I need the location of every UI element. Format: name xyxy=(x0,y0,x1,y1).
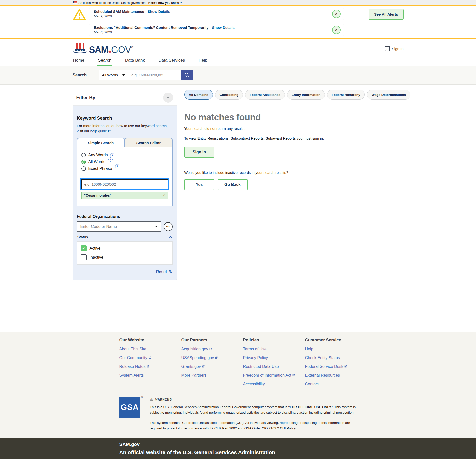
external-link-icon xyxy=(215,356,218,359)
warning-icon: ⚠ xyxy=(150,397,153,402)
registered-icon: ® xyxy=(131,45,133,49)
show-details-link[interactable]: Show Details xyxy=(212,26,234,30)
warning-block: ⚠WARNING This is a U.S. General Services… xyxy=(150,397,357,431)
footer-link-check-entity-status[interactable]: Check Entity Status xyxy=(305,356,380,360)
footer-link-our-community[interactable]: Our Community xyxy=(119,356,181,360)
info-icon[interactable]: i xyxy=(110,153,114,157)
sam-gov-logo[interactable]: ★★★ SAM★GOV® xyxy=(73,43,133,54)
reset-filters-link[interactable]: Reset ↻ xyxy=(77,269,173,274)
info-icon[interactable]: i xyxy=(115,164,119,168)
radio-all-words-label: All Words xyxy=(88,160,105,164)
sign-in-button[interactable]: Sign In xyxy=(184,147,214,158)
help-guide-link[interactable]: help guide xyxy=(90,129,111,133)
footer-link-help[interactable]: Help xyxy=(305,347,380,351)
chevron-down-icon xyxy=(180,2,182,4)
caret-down-icon xyxy=(122,74,125,76)
site-header: ★★★ SAM★GOV® ← Sign In xyxy=(0,39,476,56)
federal-org-placeholder: Enter Code or Name xyxy=(80,224,117,229)
tag-remove-button[interactable]: ✕ xyxy=(163,194,165,197)
search-mode-select[interactable]: All Words xyxy=(99,70,128,80)
radio-any-words[interactable] xyxy=(81,153,86,157)
top-search-input[interactable] xyxy=(128,70,181,80)
domain-pill-federal-assistance[interactable]: Federal Assistance xyxy=(245,90,285,100)
nav-item-data-services[interactable]: Data Services xyxy=(158,56,185,66)
tab-search-editor[interactable]: Search Editor xyxy=(125,138,173,147)
keyword-input[interactable] xyxy=(81,179,168,189)
footer-link-external-resources[interactable]: External Resources xyxy=(305,373,380,378)
footer-link-terms-of-use[interactable]: Terms of Use xyxy=(243,347,305,351)
warning-paragraph-2: This system contains Controlled Unclassi… xyxy=(150,420,357,431)
header-sign-in-link[interactable]: ← Sign In xyxy=(385,46,404,51)
svg-text:★: ★ xyxy=(77,49,79,51)
footer-link-about-this-site[interactable]: About This Site xyxy=(119,347,181,351)
see-all-alerts-button[interactable]: See All Alerts xyxy=(369,9,404,20)
federal-org-more-button[interactable]: ••• xyxy=(164,222,173,231)
alert-close-button[interactable]: ✕ xyxy=(332,26,341,34)
domain-pill-federal-hierarchy[interactable]: Federal Hierarchy xyxy=(327,90,365,100)
footer-link-release-notes[interactable]: Release Notes xyxy=(119,364,181,369)
footer-link-acquisition-gov[interactable]: Acquisition.gov xyxy=(181,347,243,351)
tab-simple-search[interactable]: Simple Search xyxy=(77,138,125,147)
footer-link-accessibility[interactable]: Accessibility xyxy=(243,382,305,386)
show-details-link[interactable]: Show Details xyxy=(148,10,170,14)
footer-link-usaspending-gov[interactable]: USASpending.gov xyxy=(181,356,243,360)
no-results-message: Your search did not return any results. xyxy=(184,127,410,131)
checkbox-active[interactable]: ✓ xyxy=(81,245,87,251)
checkbox-inactive[interactable] xyxy=(81,254,87,260)
radio-exact-phrase[interactable] xyxy=(81,166,86,171)
sign-in-icon: ← xyxy=(385,46,390,51)
footer-link-federal-service-desk[interactable]: Federal Service Desk xyxy=(305,364,380,369)
gov-banner: An official website of the United States… xyxy=(0,0,476,6)
search-submit-button[interactable] xyxy=(181,70,193,80)
info-icon[interactable]: i xyxy=(108,157,113,162)
main-nav: Home Search Data Bank Data Services Help xyxy=(0,56,476,66)
footer-link-system-alerts[interactable]: System Alerts xyxy=(119,373,181,378)
alert-close-button[interactable]: ✕ xyxy=(332,10,341,18)
footer-column-our-website: Our Website About This Site Our Communit… xyxy=(119,336,181,386)
radio-exact-phrase-label: Exact Phrase xyxy=(88,166,112,171)
keyword-tag-label: "Cesar morales" xyxy=(84,193,112,197)
domain-pill-entity-information[interactable]: Entity Information xyxy=(287,90,325,100)
footer-column-customer-service: Customer Service Help Check Entity Statu… xyxy=(305,336,380,386)
checkbox-active-label: Active xyxy=(90,246,101,251)
footer-link-contact[interactable]: Contact xyxy=(305,382,380,386)
domain-pill-wage-determinations[interactable]: Wage Determinations xyxy=(367,90,410,100)
chevron-up-icon[interactable] xyxy=(169,236,172,238)
footer-link-foia[interactable]: Freedom of Information Act xyxy=(243,373,305,378)
federal-org-select[interactable]: Enter Code or Name xyxy=(77,221,161,232)
domain-pill-all-domains[interactable]: All Domains xyxy=(184,90,213,100)
footer-column-heading: Policies xyxy=(243,338,305,343)
footer-link-grants-gov[interactable]: Grants.gov xyxy=(181,364,243,369)
filter-by-title: Filter By xyxy=(76,95,95,100)
include-inactive-question: Would you like to include inactive recor… xyxy=(184,171,410,175)
close-icon: ✕ xyxy=(163,194,165,197)
nav-item-help[interactable]: Help xyxy=(198,56,208,66)
external-link-icon xyxy=(146,365,149,368)
footer-link-restricted-data-use[interactable]: Restricted Data Use xyxy=(243,364,305,369)
refresh-icon: ↻ xyxy=(169,269,172,274)
brand-gov: GOV xyxy=(111,45,131,55)
simple-search-panel: Any Words i All Words i Exact Phrase i "… xyxy=(77,147,173,206)
banner-text: An official website of the United States… xyxy=(79,1,146,5)
external-link-icon xyxy=(344,365,347,368)
close-icon: ✕ xyxy=(335,28,338,32)
no-matches-heading: No matches found xyxy=(184,112,410,123)
minus-icon: − xyxy=(167,95,169,100)
results-area: All Domains Contracting Federal Assistan… xyxy=(184,90,410,190)
registered-icon: ® xyxy=(141,396,143,398)
domain-pill-contracting[interactable]: Contracting xyxy=(215,90,243,100)
yes-button[interactable]: Yes xyxy=(184,179,214,190)
keyword-tag: "Cesar morales" ✕ xyxy=(81,192,168,199)
alert-title: Scheduled SAM Maintenance xyxy=(94,10,144,14)
heres-how-link[interactable]: Here's how you know xyxy=(148,1,182,5)
footer-link-more-partners[interactable]: More Partners xyxy=(181,373,243,378)
caret-down-icon xyxy=(155,226,158,227)
nav-item-home[interactable]: Home xyxy=(73,56,85,66)
go-back-button[interactable]: Go Back xyxy=(218,179,248,190)
nav-item-search[interactable]: Search xyxy=(97,56,112,66)
nav-item-data-bank[interactable]: Data Bank xyxy=(125,56,145,66)
collapse-filters-button[interactable]: − xyxy=(163,93,173,103)
uncle-sam-hat-icon: ★★★ xyxy=(73,43,88,54)
radio-all-words[interactable] xyxy=(81,160,86,164)
footer-link-privacy-policy[interactable]: Privacy Policy xyxy=(243,356,305,360)
